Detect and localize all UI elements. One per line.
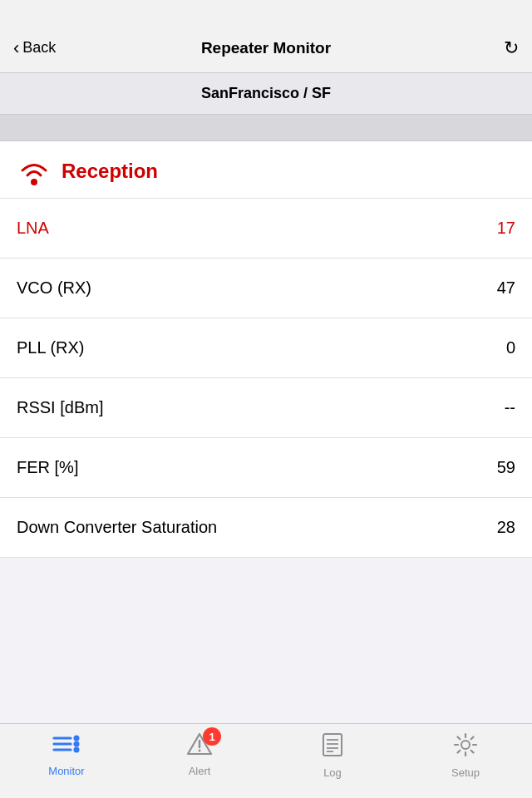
signal-icon [17, 156, 52, 186]
back-button[interactable]: ‹ Back [13, 37, 80, 59]
row-value: 0 [506, 338, 515, 357]
svg-point-15 [461, 741, 470, 749]
tab-setup[interactable]: Setup [399, 732, 532, 779]
refresh-button[interactable]: ↻ [452, 37, 519, 59]
row-value: 17 [497, 219, 515, 238]
row-value: 47 [497, 278, 515, 298]
data-table: LNA17VCO (RX)47PLL (RX)0RSSI [dBm]--FER … [0, 199, 532, 558]
svg-point-6 [74, 747, 80, 753]
subtitle-bar: SanFrancisco / SF [0, 73, 532, 115]
table-row: RSSI [dBm]-- [0, 378, 532, 438]
svg-point-0 [31, 179, 37, 185]
section-header-reception: Reception [0, 141, 532, 199]
log-tab-icon [320, 732, 345, 763]
reception-icon [17, 156, 52, 186]
svg-rect-10 [323, 734, 342, 756]
svg-point-4 [74, 736, 80, 741]
tab-monitor-label: Monitor [48, 765, 84, 777]
table-row: FER [%]59 [0, 438, 532, 498]
row-label: LNA [17, 219, 49, 238]
row-value: 28 [497, 518, 515, 537]
row-label: PLL (RX) [17, 338, 85, 357]
back-chevron-icon: ‹ [13, 37, 19, 59]
tab-alert-label: Alert [189, 765, 211, 777]
svg-line-23 [458, 751, 461, 753]
svg-point-5 [74, 741, 80, 747]
tab-setup-label: Setup [451, 766, 480, 779]
subtitle-text: SanFrancisco / SF [201, 85, 331, 102]
page-title: Repeater Monitor [80, 39, 452, 57]
setup-tab-icon [453, 732, 478, 763]
tab-log[interactable]: Log [266, 732, 399, 779]
section-spacer [0, 115, 532, 141]
navigation-bar: ‹ Back Repeater Monitor ↻ [0, 0, 532, 73]
row-label: FER [%] [17, 458, 78, 477]
monitor-tab-icon [52, 732, 81, 761]
svg-line-22 [471, 737, 474, 740]
tab-alert[interactable]: 1 Alert [133, 732, 266, 777]
table-row: Down Converter Saturation28 [0, 498, 532, 558]
content-area: Reception LNA17VCO (RX)47PLL (RX)0RSSI [… [0, 141, 532, 558]
row-label: RSSI [dBm] [17, 398, 103, 417]
table-row: PLL (RX)0 [0, 318, 532, 378]
svg-line-20 [458, 737, 461, 740]
alert-tab-icon: 1 [186, 732, 213, 761]
tab-log-label: Log [323, 766, 342, 779]
back-label: Back [22, 39, 56, 57]
row-label: VCO (RX) [17, 278, 91, 298]
tab-monitor[interactable]: Monitor [0, 732, 133, 777]
svg-point-9 [199, 750, 201, 752]
table-row: LNA17 [0, 199, 532, 259]
alert-badge: 1 [203, 727, 221, 746]
svg-line-21 [471, 751, 474, 753]
row-value: -- [505, 398, 515, 417]
section-header-label: Reception [62, 160, 158, 183]
table-row: VCO (RX)47 [0, 259, 532, 318]
row-label: Down Converter Saturation [17, 518, 217, 537]
row-value: 59 [497, 458, 515, 477]
refresh-icon: ↻ [504, 37, 519, 58]
tab-bar: Monitor 1 Alert Log [0, 723, 532, 798]
